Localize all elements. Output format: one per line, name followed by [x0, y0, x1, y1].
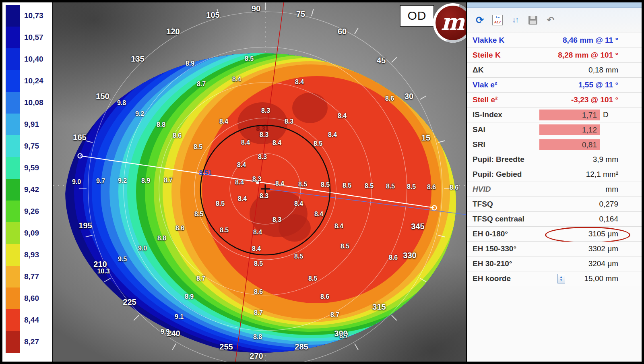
table-row: EH 30-210°3204 μm	[467, 256, 642, 271]
app-frame: 10,7310,5710,4010,2410,089,919,759,599,4…	[2, 2, 642, 362]
table-row: EH 150-330°3302 μm	[467, 242, 642, 256]
scale-value-label: 8,27	[24, 337, 39, 346]
table-row: EH 0-180°3105 μm	[467, 227, 642, 242]
topography-map: 9010512013515016519521022524025527028530…	[52, 2, 467, 362]
eh-koorde-spinner[interactable]: ▲▼	[557, 274, 565, 283]
scale-swatch	[6, 114, 20, 135]
row-value: 3204 μm	[588, 259, 618, 268]
row-label: Pupil: Breedte	[467, 155, 524, 164]
table-row: HVIDmm	[467, 182, 642, 197]
refresh-icon[interactable]: ⟳	[474, 14, 485, 26]
save-icon[interactable]	[527, 14, 539, 26]
scale-value-label: 9,75	[24, 142, 39, 151]
panel-toolbar: ⟳ +− A17 ↓↑ ↶	[467, 8, 642, 33]
table-row: TFSQ0,279	[467, 197, 642, 212]
row-value-area: 1,71D	[539, 110, 642, 120]
table-row: EH koorde▲▼15,00 mm	[467, 271, 642, 286]
scale-swatch	[6, 331, 20, 353]
scale-value-label: 9,09	[24, 229, 39, 238]
row-value: 12,1 mm²	[586, 170, 618, 179]
row-label: Vlakke K	[467, 36, 504, 45]
row-value: 3,9 mm	[593, 155, 618, 164]
row-label: EH 0-180°	[467, 230, 508, 238]
table-row: Vlak e²1,55 @ 11 °	[467, 78, 642, 93]
row-value-area: 3302 μm	[588, 244, 642, 253]
eye-side-badge: OD	[400, 5, 434, 27]
axes-a17-label: A17	[494, 21, 501, 24]
logo-letter: m	[436, 6, 467, 40]
scale-value-label: 9,26	[24, 207, 39, 216]
scale-row: 10,08	[2, 92, 52, 114]
row-value-area: 0,81	[539, 139, 642, 150]
scale-row: 8,60	[2, 287, 52, 309]
row-value-area: 12,1 mm²	[586, 170, 642, 179]
row-value-area: mm	[605, 185, 642, 194]
floppy-glyph	[528, 16, 537, 25]
table-row: IS-index1,71D	[467, 108, 642, 122]
row-label: ΔK	[467, 66, 483, 74]
row-value: 8,28 mm @ 101 °	[558, 51, 618, 60]
row-value-area: 8,46 mm @ 11 °	[563, 36, 642, 45]
scale-value-label: 8,93	[24, 250, 39, 259]
eye-side-label: OD	[408, 9, 427, 23]
scale-row: 10,57	[2, 27, 52, 48]
scale-swatch	[6, 27, 20, 48]
axes-settings-icon[interactable]: +− A17	[492, 14, 503, 26]
statistics-table: Vlakke K8,46 mm @ 11 °Steile K8,28 mm @ …	[467, 33, 642, 362]
row-value-area: 8,28 mm @ 101 °	[558, 51, 642, 60]
row-label: TFSQ centraal	[467, 215, 524, 223]
row-label: Pupil: Gebied	[467, 170, 522, 179]
row-label: Steile K	[467, 51, 501, 60]
row-label: TFSQ	[467, 200, 493, 209]
row-value-area: 3105 μm	[588, 230, 642, 238]
row-value-area: ▲▼15,00 mm	[557, 274, 642, 283]
scale-row: 9,75	[2, 135, 52, 157]
undo-icon[interactable]: ↶	[545, 14, 556, 26]
row-value: 0,279	[599, 200, 618, 209]
row-value-area: 0,164	[599, 215, 642, 223]
scale-value-label: 10,08	[24, 98, 43, 107]
row-value-area: 1,55 @ 11 °	[578, 81, 642, 89]
scale-value-label: 8,77	[24, 272, 39, 281]
table-row: Steile K8,28 mm @ 101 °	[467, 48, 642, 63]
sort-icon[interactable]: ↓↑	[510, 14, 521, 26]
highlighted-value: 0,81	[539, 139, 600, 150]
scale-row: 9,42	[2, 179, 52, 201]
row-label: EH koorde	[467, 274, 511, 283]
panel-header-strip	[467, 2, 642, 8]
scale-value-label: 8,44	[24, 316, 39, 325]
axes-plusminus: +−	[495, 16, 500, 19]
statistics-panel: ⟳ +− A17 ↓↑ ↶ Vlakke K8,46 mm @ 11 °Stei…	[467, 2, 642, 362]
table-row: Pupil: Breedte3,9 mm	[467, 152, 642, 167]
row-label: IS-index	[467, 110, 502, 119]
axes-settings-glyph: +− A17	[492, 15, 503, 25]
scale-swatch	[6, 222, 20, 244]
row-value-area: 3204 μm	[588, 259, 642, 268]
highlighted-value: 1,12	[539, 124, 600, 135]
row-value-area: 0,279	[599, 200, 642, 209]
scale-swatch	[6, 135, 20, 157]
table-row: Vlakke K8,46 mm @ 11 °	[467, 33, 642, 48]
scale-row: 10,40	[2, 48, 52, 70]
scale-value-label: 9,91	[24, 120, 39, 129]
row-value: 8,46 mm @ 11 °	[563, 36, 618, 45]
scale-swatch	[6, 266, 20, 287]
scale-swatch	[6, 70, 20, 92]
table-row: TFSQ centraal0,164	[467, 212, 642, 227]
scale-value-label: 9,42	[24, 185, 39, 194]
scale-row: 10,24	[2, 70, 52, 92]
row-label: SRI	[467, 140, 485, 149]
scale-swatch	[6, 92, 20, 114]
row-value-area: 0,18 mm	[588, 66, 642, 74]
row-label: Steil e²	[467, 95, 497, 104]
row-value: mm	[605, 185, 618, 194]
scale-swatch	[6, 201, 20, 222]
value-unit: D	[600, 110, 618, 119]
row-value-area: -3,23 @ 101 °	[571, 95, 642, 104]
table-row: Pupil: Gebied12,1 mm²	[467, 167, 642, 182]
scale-value-label: 10,40	[24, 55, 43, 64]
topography-canvas	[53, 2, 466, 362]
scale-row: 8,27	[2, 331, 52, 353]
scale-row: 8,77	[2, 266, 52, 287]
row-value-area: 1,12	[539, 124, 642, 135]
